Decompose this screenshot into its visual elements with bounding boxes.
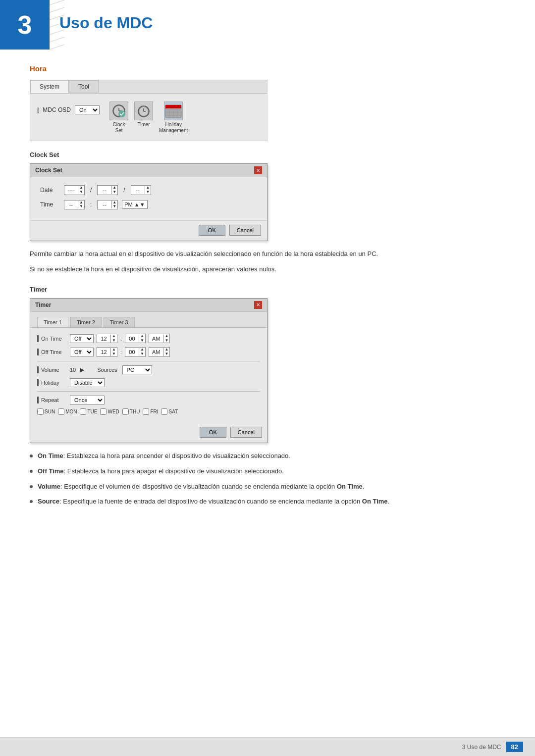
date-spin-3-arrows[interactable]: ▲ ▼	[145, 186, 151, 195]
holiday-icon-item[interactable]: HolidayManagement	[159, 101, 188, 134]
time-val-2: --	[98, 201, 111, 208]
off-ampm-spin[interactable]: AM ▲ ▼	[149, 347, 170, 357]
off-ampm-arrows[interactable]: ▲ ▼	[163, 348, 169, 356]
clock-set-ok-button[interactable]: OK	[199, 225, 225, 236]
off-hour-down[interactable]: ▼	[112, 352, 116, 356]
day-tue[interactable]: TUE	[80, 408, 97, 415]
day-mon-checkbox[interactable]	[58, 408, 64, 415]
mdc-osd-select[interactable]: On Off	[75, 105, 100, 114]
bullet-off-time: Off Time: Establezca la hora para apagar…	[30, 466, 505, 477]
on-hour-val: 12	[97, 335, 111, 343]
off-time-colon: :	[120, 349, 122, 355]
ampm-arrow[interactable]: ▲▼	[134, 202, 145, 207]
off-min-spin[interactable]: 00 ▲ ▼	[125, 347, 146, 357]
timer-icon-item[interactable]: Timer	[134, 101, 153, 134]
on-ampm-spin[interactable]: AM ▲ ▼	[149, 334, 170, 344]
clock-set-icon	[109, 101, 128, 120]
repeat-select[interactable]: Once Daily Weekly	[70, 396, 105, 404]
bullet-volume: Volume: Especifique el volumen del dispo…	[30, 482, 505, 492]
timer-tab-3[interactable]: Timer 3	[104, 317, 135, 327]
clock-set-subheading: Clock Set	[30, 151, 505, 158]
day-fri[interactable]: FRI	[143, 408, 158, 415]
timer-tab-1[interactable]: Timer 1	[37, 317, 68, 327]
svg-rect-16	[142, 105, 145, 107]
off-time-row: Off Time Off On 12 ▲ ▼ :	[37, 347, 260, 357]
tab-tool[interactable]: Tool	[69, 80, 99, 93]
time-spin-1[interactable]: -- ▲ ▼	[64, 200, 85, 210]
day-wed-checkbox[interactable]	[100, 408, 107, 415]
ampm-select[interactable]: PM ▲▼	[122, 200, 147, 209]
time-spin-1-down[interactable]: ▼	[79, 204, 83, 209]
svg-line-0	[50, 0, 64, 5]
day-sat[interactable]: SAT	[161, 408, 178, 415]
day-thu-checkbox[interactable]	[122, 408, 129, 415]
on-min-arrows[interactable]: ▲ ▼	[139, 334, 145, 343]
timer-body: On Time Off On 12 ▲ ▼ :	[30, 328, 267, 424]
on-time-select[interactable]: Off On	[70, 334, 94, 343]
date-spin-2-down[interactable]: ▼	[112, 190, 116, 195]
on-min-spin[interactable]: 00 ▲ ▼	[125, 334, 146, 344]
time-spin-2[interactable]: -- ▲ ▼	[97, 200, 118, 210]
time-spin-2-arrows[interactable]: ▲ ▼	[111, 201, 117, 209]
on-hour-spin[interactable]: 12 ▲ ▼	[97, 334, 117, 344]
svg-line-5	[50, 37, 64, 42]
bullet-text-2: Off Time: Establezca la hora para apagar…	[38, 466, 284, 477]
timer-close-button[interactable]: ✕	[254, 301, 262, 309]
day-tue-checkbox[interactable]	[80, 408, 86, 415]
tab-system[interactable]: System	[30, 80, 69, 93]
off-ampm-down[interactable]: ▼	[164, 352, 168, 356]
off-hour-arrows[interactable]: ▲ ▼	[111, 348, 117, 356]
holiday-select[interactable]: Disable Enable	[70, 378, 105, 387]
date-spin-3-down[interactable]: ▼	[146, 190, 150, 195]
day-wed[interactable]: WED	[100, 408, 119, 415]
clock-set-cancel-button[interactable]: Cancel	[229, 225, 261, 236]
bullet-dot-2	[30, 470, 33, 473]
bullet-on-time: On Time: Establezca la hora para encende…	[30, 451, 505, 461]
timer-tab-2[interactable]: Timer 2	[70, 317, 102, 327]
chapter-number: 3	[18, 10, 32, 40]
date-spin-2[interactable]: -- ▲ ▼	[97, 185, 118, 195]
clock-set-icon-item[interactable]: ClockSet	[109, 101, 128, 134]
off-time-select[interactable]: Off On	[70, 348, 94, 356]
mdc-osd-text: MDC OSD	[43, 106, 71, 113]
timer-ok-button[interactable]: OK	[200, 427, 226, 438]
day-tue-label: TUE	[87, 409, 97, 414]
svg-rect-18	[165, 105, 181, 108]
day-mon[interactable]: MON	[58, 408, 77, 415]
day-fri-checkbox[interactable]	[143, 408, 149, 415]
clock-set-title-bar: Clock Set ✕	[30, 164, 267, 177]
on-min-down[interactable]: ▼	[140, 339, 144, 343]
on-ampm-down[interactable]: ▼	[164, 339, 168, 343]
date-val-2: --	[98, 186, 111, 194]
day-sun[interactable]: SUN	[37, 408, 55, 415]
on-time-colon: :	[120, 336, 122, 342]
date-row: Date ---- ▲ ▼ / -- ▲ ▼	[40, 185, 257, 195]
sources-select[interactable]: PC HDMI	[122, 365, 152, 374]
system-body: | MDC OSD On Off	[30, 94, 267, 141]
clock-set-close-button[interactable]: ✕	[254, 166, 262, 174]
time-spin-1-arrows[interactable]: ▲ ▼	[78, 201, 84, 209]
volume-sources-row: Volume 10 ▶ Sources PC HDMI	[37, 365, 260, 374]
date-spin-1-arrows[interactable]: ▲ ▼	[78, 186, 84, 195]
day-sun-checkbox[interactable]	[37, 408, 44, 415]
day-thu[interactable]: THU	[122, 408, 140, 415]
on-hour-arrows[interactable]: ▲ ▼	[111, 334, 117, 343]
svg-point-11	[118, 110, 125, 117]
off-min-val: 00	[125, 348, 139, 356]
date-spin-1-down[interactable]: ▼	[79, 190, 83, 195]
date-spin-1[interactable]: ---- ▲ ▼	[64, 185, 85, 195]
chapter-header: 3	[0, 0, 50, 50]
off-min-down[interactable]: ▼	[140, 352, 144, 356]
date-spin-3[interactable]: -- ▲ ▼	[131, 185, 152, 195]
on-hour-down[interactable]: ▼	[112, 339, 116, 343]
on-ampm-arrows[interactable]: ▲ ▼	[163, 334, 169, 343]
day-sat-checkbox[interactable]	[161, 408, 167, 415]
off-hour-spin[interactable]: 12 ▲ ▼	[97, 347, 117, 357]
date-spin-2-arrows[interactable]: ▲ ▼	[111, 186, 117, 195]
volume-arrow-icon[interactable]: ▶	[80, 366, 84, 373]
time-spin-2-down[interactable]: ▼	[112, 204, 116, 209]
bullet-dot-1	[30, 454, 33, 457]
volume-value: 10	[70, 367, 76, 373]
timer-cancel-button[interactable]: Cancel	[230, 427, 262, 438]
off-min-arrows[interactable]: ▲ ▼	[139, 348, 145, 356]
